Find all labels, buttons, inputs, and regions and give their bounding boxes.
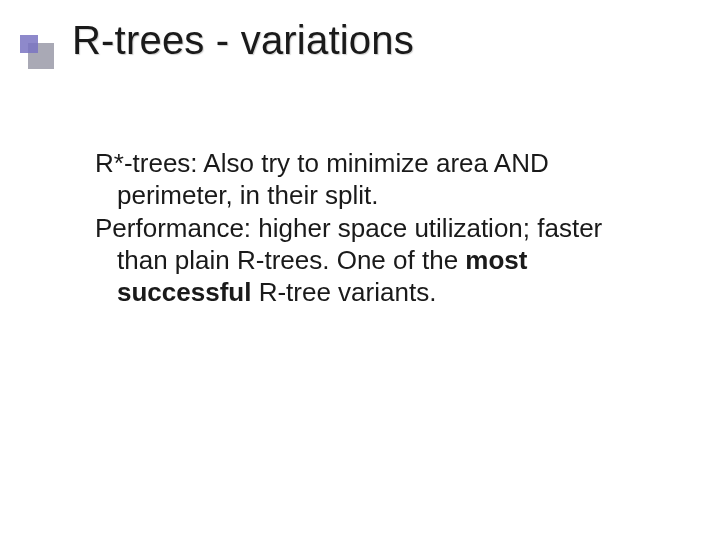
body-paragraph-1: R*-trees: Also try to minimize area AND …: [95, 148, 640, 211]
p1-lead: R*-trees:: [95, 148, 198, 178]
p2-lead: Performance:: [95, 213, 251, 243]
slide-body: R*-trees: Also try to minimize area AND …: [95, 148, 640, 311]
slide: R-trees - variations R*-trees: Also try …: [0, 0, 720, 540]
p2-tail: R-tree variants.: [251, 277, 436, 307]
slide-title: R-trees - variations: [72, 18, 414, 63]
body-paragraph-2: Performance: higher space utilization; f…: [95, 213, 640, 308]
title-bullet-icon: [20, 35, 54, 69]
